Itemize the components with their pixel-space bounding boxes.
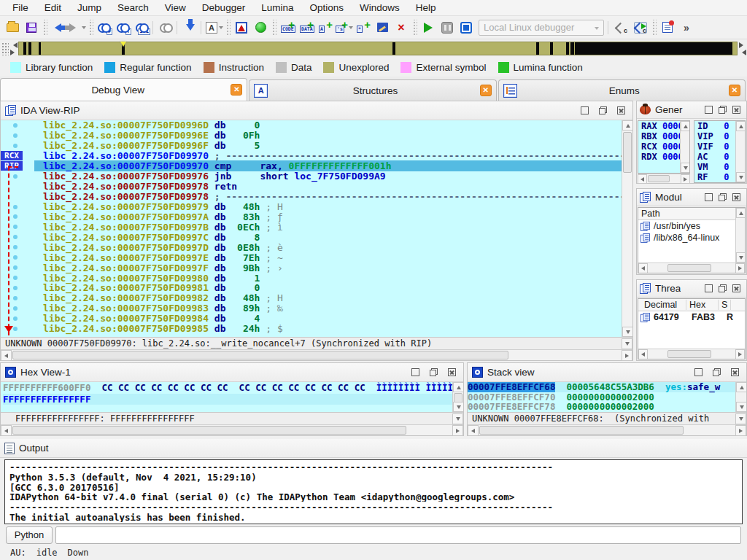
registers-hscrollbar[interactable] (638, 174, 690, 183)
flags-list[interactable]: ID 0VIP 0VIF 0AC 0VM 0RF 0 (694, 120, 746, 183)
tab-close-icon[interactable]: ✕ (231, 84, 242, 96)
minimize-icon[interactable] (705, 284, 713, 292)
module-row[interactable]: /usr/bin/yes (638, 220, 735, 232)
menu-search[interactable]: Search (109, 1, 157, 15)
step-over-icon[interactable]: c (613, 19, 630, 36)
register-row[interactable]: RBX 0000 (638, 131, 680, 141)
menu-edit[interactable]: Edit (36, 1, 69, 15)
menu-help[interactable]: Help (408, 1, 444, 15)
save-file-icon[interactable] (23, 19, 40, 36)
disassembly-view[interactable]: libc_2.24.so:00007F750FD0996D db 0libc_2… (1, 120, 632, 337)
module-row[interactable]: /lib/x86_64-linux (638, 232, 735, 244)
flag-row[interactable]: VM 0 (694, 162, 735, 172)
scroll-down-icon[interactable] (626, 330, 630, 336)
debug-pause-icon[interactable] (438, 19, 456, 36)
make-name-icon[interactable]: A (317, 19, 334, 36)
navband-scroll-left2-icon[interactable] (739, 50, 746, 55)
disasm-line[interactable]: libc_2.24.so:00007F750FD0996E db 0Fh (1, 131, 622, 141)
debug-stop-icon[interactable] (457, 19, 475, 36)
hex-row-current[interactable]: FFFFFFFFFFFFFFFF (3, 394, 452, 405)
menu-jump[interactable]: Jump (69, 1, 109, 15)
disasm-line[interactable]: libc_2.24.so:00007F750FD0997D db 0E8h ; … (1, 242, 622, 252)
debug-continue-icon[interactable] (419, 19, 437, 36)
registers-titlebar[interactable]: Gener (637, 101, 746, 119)
navigation-band[interactable] (18, 42, 738, 55)
tab-enums[interactable]: Enums✕ (498, 79, 746, 101)
hex-dump[interactable]: FFFFFFFFFF600FF0 CC CC CC CC CC CC CC CC… (1, 382, 463, 412)
menu-lumina[interactable]: Lumina (253, 1, 301, 15)
restore-icon[interactable] (713, 368, 721, 376)
tab-close-icon[interactable]: ✕ (480, 85, 492, 96)
search-next-icon[interactable] (158, 19, 175, 36)
hex-hscrollbar[interactable] (1, 424, 463, 435)
stack-view-titlebar[interactable]: Stack view (468, 363, 746, 382)
search-binary-icon[interactable]: 101 (133, 19, 151, 36)
nav-forward-icon[interactable] (69, 19, 86, 36)
close-icon[interactable] (732, 193, 740, 201)
flag-row[interactable]: AC 0 (694, 152, 735, 162)
search-text-icon[interactable]: T (115, 19, 132, 36)
disasm-line[interactable]: libc_2.24.so:00007F750FD0997A db 83h ; ƒ (1, 211, 622, 222)
modules-hscrollbar[interactable] (638, 262, 745, 273)
disasm-vscroll-thumb[interactable] (623, 132, 632, 173)
close-icon[interactable] (732, 284, 740, 292)
make-data-icon[interactable]: DATA (298, 19, 315, 36)
disasm-line[interactable]: libc_2.24.so:00007F750FD09982 db 48h ; H (1, 293, 622, 303)
restore-icon[interactable] (599, 106, 607, 114)
hex-view-titlebar[interactable]: Hex View-1 (1, 363, 463, 382)
make-string-icon[interactable]: 's (336, 19, 353, 36)
open-file-icon[interactable] (4, 19, 21, 36)
minimize-icon[interactable] (411, 368, 419, 376)
close-icon[interactable] (617, 106, 625, 114)
disasm-line[interactable]: libc_2.24.so:00007F750FD09984 db 4 (1, 314, 622, 324)
disasm-line[interactable]: RIPlibc_2.24.so:00007F750FD09970 cmp rax… (1, 161, 622, 171)
disasm-line[interactable]: libc_2.24.so:00007F750FD09976 jnb short … (1, 171, 622, 182)
modules-titlebar[interactable]: Modul (637, 189, 746, 206)
threads-titlebar[interactable]: Threa (637, 280, 746, 298)
edit-function-icon[interactable] (374, 19, 391, 36)
flag-row[interactable]: RF 0 (694, 172, 735, 182)
close-icon[interactable] (448, 368, 456, 376)
toggle-breakpoint-icon[interactable] (252, 19, 269, 36)
disasm-hscroll-thumb[interactable] (12, 351, 508, 359)
stack-rows[interactable]: 00007FFE8EFFCF68 00005648C55A3DB6 yes:sa… (468, 382, 746, 412)
stack-row[interactable]: 00007FFE8EFFCF70 0000000000002000 (468, 392, 735, 402)
close-icon[interactable] (731, 368, 739, 376)
menu-file[interactable]: File (4, 1, 36, 15)
undefine-icon[interactable]: × (392, 19, 410, 36)
output-console[interactable]: ----------------------------------------… (4, 459, 743, 524)
restore-icon[interactable] (430, 368, 438, 376)
stack-row[interactable]: 00007FFE8EFFCF68 00005648C55A3DB6 yes:sa… (468, 382, 735, 392)
modules-list[interactable]: Path /usr/bin/yes/lib/x86_64-linux (638, 207, 746, 273)
disasm-line[interactable]: libc_2.24.so:00007F750FD09978 retn (1, 182, 622, 192)
ida-view-titlebar[interactable]: IDA View-RIP (1, 101, 632, 120)
interpreter-selector-button[interactable]: Python (6, 526, 53, 544)
disasm-line[interactable]: libc_2.24.so:00007F750FD09983 db 89h ; ‰ (1, 303, 622, 314)
scroll-up-icon[interactable] (626, 122, 630, 128)
disasm-line[interactable]: libc_2.24.so:00007F750FD09980 db 1 (1, 273, 622, 283)
toolbar-overflow-icon[interactable]: » (678, 19, 695, 36)
minimize-icon[interactable] (581, 106, 589, 114)
disasm-line[interactable]: libc_2.24.so:00007F750FD0996D db 0 (1, 120, 622, 131)
thread-row[interactable]: 64179FAB3R (638, 311, 745, 323)
threads-list[interactable]: DecimalHexS 64179FAB3R (638, 298, 746, 359)
search-immediate-icon[interactable]: # (96, 19, 113, 36)
disasm-line[interactable]: libc_2.24.so:00007F750FD09979 db 48h ; H (1, 202, 622, 212)
disasm-line[interactable]: libc_2.24.so:00007F750FD0997C db 8 (1, 232, 622, 242)
navband-scroll-left-icon[interactable] (10, 42, 18, 48)
output-titlebar[interactable]: Output (0, 439, 747, 458)
restore-icon[interactable] (719, 106, 727, 114)
menu-windows[interactable]: Windows (352, 1, 408, 15)
register-row[interactable]: RCX 0000 (638, 141, 680, 152)
tab-structures[interactable]: AStructures✕ (249, 79, 496, 101)
status-scroll-down-icon[interactable] (625, 342, 630, 348)
disasm-line[interactable]: libc_2.24.so:00007F750FD09981 db 0 (1, 283, 622, 293)
disasm-line[interactable]: libc_2.24.so:00007F750FD09978 ; --------… (1, 192, 622, 202)
stack-row[interactable]: 00007FFE8EFFCF78 0000000000002000 (468, 402, 735, 412)
rename-icon[interactable]: A (206, 19, 223, 36)
navband-scroll-right2-icon[interactable] (739, 42, 746, 48)
threads-header-decimal[interactable]: Decimal (641, 300, 686, 310)
disasm-line[interactable]: RCXlibc_2.24.so:00007F750FD09970 ; -----… (1, 151, 622, 161)
debugger-windows-icon[interactable] (659, 19, 676, 36)
restore-icon[interactable] (719, 193, 727, 201)
